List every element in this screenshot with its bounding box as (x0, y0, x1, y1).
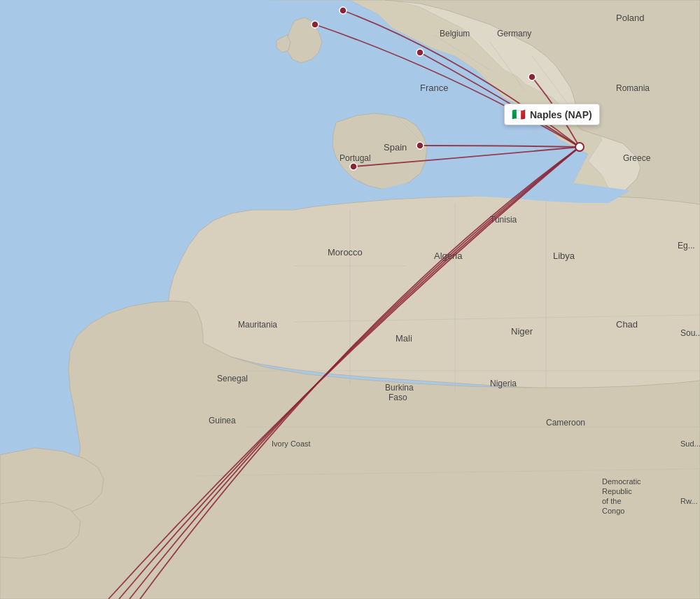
svg-text:of the: of the (602, 497, 622, 505)
burkina-faso-label: Burkina (385, 383, 414, 393)
chad-label: Chad (616, 319, 638, 330)
svg-point-14 (340, 7, 346, 14)
niger-label: Niger (511, 326, 533, 337)
south-label: Sou... (680, 328, 700, 338)
svg-point-18 (416, 142, 424, 149)
svg-text:Republic: Republic (602, 487, 632, 495)
map-container: Poland Belgium Germany France Portugal S… (0, 0, 700, 599)
morocco-label: Morocco (328, 247, 363, 258)
nigeria-label: Nigeria (490, 379, 517, 388)
airport-tooltip: 🇮🇹 Naples (NAP) (504, 104, 600, 125)
svg-text:Faso: Faso (388, 393, 407, 402)
flag-icon: 🇮🇹 (512, 108, 526, 121)
algeria-label: Algeria (434, 251, 463, 261)
cameroon-label: Cameroon (546, 418, 585, 428)
spain-label: Spain (384, 142, 407, 153)
germany-label: Germany (497, 29, 531, 38)
greece-label: Greece (623, 153, 651, 163)
senegal-label: Senegal (217, 374, 248, 383)
airport-label: Naples (NAP) (530, 109, 592, 120)
dr-congo-label: Democratic (602, 477, 641, 486)
svg-point-17 (528, 73, 536, 80)
svg-text:Sud...: Sud... (680, 439, 700, 448)
svg-point-15 (312, 21, 318, 28)
ivory-coast-label: Ivory Coast (272, 439, 311, 448)
svg-point-19 (350, 163, 357, 170)
libya-label: Libya (553, 251, 575, 261)
romania-label: Romania (616, 83, 650, 93)
france-label: France (420, 83, 448, 93)
svg-point-20 (575, 143, 584, 151)
tunisia-label: Tunisia (490, 215, 517, 225)
svg-text:Rw...: Rw... (680, 497, 697, 505)
poland-label: Poland (616, 13, 644, 23)
mali-label: Mali (396, 333, 412, 344)
egypt-partial-label: Eg... (678, 241, 695, 251)
svg-text:Congo: Congo (602, 507, 624, 515)
belgium-label: Belgium (440, 29, 470, 38)
map-svg: Poland Belgium Germany France Portugal S… (0, 0, 700, 599)
guinea-label: Guinea (209, 416, 236, 425)
svg-point-16 (416, 49, 424, 56)
mauritania-label: Mauritania (238, 320, 277, 330)
portugal-label: Portugal (340, 153, 371, 163)
